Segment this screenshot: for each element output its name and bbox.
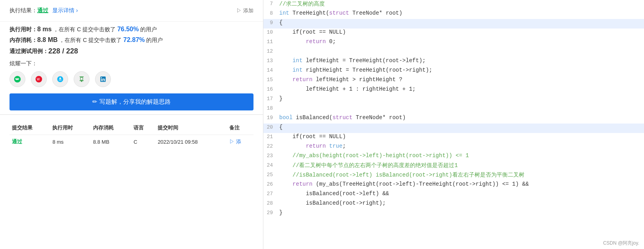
- line-number: 22: [263, 143, 279, 149]
- line-number: 15: [263, 76, 279, 83]
- cell-memory: 8.8 MB: [91, 135, 131, 149]
- add-button[interactable]: ▷ 添加: [236, 7, 253, 14]
- code-content: [279, 105, 644, 111]
- code-line: 16 leftHeight + 1 : rightHeight + 1;: [263, 86, 644, 95]
- linkedin-icon[interactable]: [95, 71, 111, 87]
- code-line: 26 return (my_abs(TreeHeight(root->left)…: [263, 181, 644, 190]
- code-line: 9{: [263, 19, 644, 29]
- code-line: 18: [263, 105, 644, 114]
- col-lang: 语言: [131, 121, 155, 135]
- code-content: //看二叉树中每个节点的左右两个子树的高度差的绝对值是否超过1: [279, 162, 644, 169]
- share-label: 炫耀一下：: [10, 60, 253, 67]
- write-solution-button[interactable]: ✏ 写题解，分享我的解题思路: [10, 93, 253, 110]
- col-result: 提交结果: [10, 121, 50, 135]
- cell-submit-time: 2022/10/21 09:58: [155, 135, 227, 149]
- line-number: 14: [263, 67, 279, 73]
- line-number: 27: [263, 190, 279, 197]
- code-content: return 0;: [279, 38, 644, 45]
- line-number: 21: [263, 133, 279, 140]
- col-memory: 内存消耗: [91, 121, 131, 135]
- line-number: 26: [263, 181, 279, 187]
- detail-link[interactable]: 显示详情: [52, 7, 78, 14]
- cell-note[interactable]: ▷ 添: [227, 135, 253, 149]
- code-line: 23 //my_abs(height(root->left)-height(ro…: [263, 152, 644, 162]
- watermark: CSDN @阿亮joy.: [603, 240, 639, 247]
- code-line: 7//求二叉树的高度: [263, 0, 644, 10]
- right-panel: 7//求二叉树的高度8int TreeHeight(struct TreeNod…: [263, 0, 644, 249]
- code-line: 29}: [263, 209, 644, 219]
- social-icons: w: [10, 71, 253, 87]
- code-content: bool isBalanced(struct TreeNode* root): [279, 114, 644, 121]
- testcase-row: 通过测试用例： 228 / 228: [10, 47, 253, 55]
- code-line: 22 return true;: [263, 143, 644, 152]
- line-number: 25: [263, 171, 279, 178]
- line-number: 9: [263, 19, 279, 26]
- code-content: //isBalanced(root->left) isBalanced(root…: [279, 171, 644, 179]
- code-line: 19bool isBalanced(struct TreeNode* root): [263, 114, 644, 124]
- time-value: 8 ms ，在所有 C 提交中击败了 76.50% 的用户: [37, 26, 157, 33]
- line-number: 16: [263, 86, 279, 92]
- line-number: 28: [263, 200, 279, 206]
- memory-row: 内存消耗： 8.8 MB ，在所有 C 提交中击败了 72.87% 的用户: [10, 36, 253, 44]
- result-section: 执行结果： 通过 显示详情 ▷ 添加: [0, 0, 263, 22]
- code-content: int TreeHeight(struct TreeNode* root): [279, 10, 644, 16]
- execution-label: 执行结果：: [10, 7, 37, 14]
- cell-time: 8 ms: [50, 135, 90, 149]
- pass-badge[interactable]: 通过: [37, 7, 48, 14]
- code-line: 13 int leftHeight = TreeHeight(root->lef…: [263, 57, 644, 67]
- col-time: 执行用时: [50, 121, 90, 135]
- code-line: 11 return 0;: [263, 38, 644, 48]
- code-content: {: [279, 19, 644, 26]
- line-number: 23: [263, 152, 279, 159]
- code-content: //求二叉树的高度: [279, 0, 644, 8]
- result-row: 执行结果： 通过 显示详情 ▷ 添加: [10, 7, 253, 14]
- svg-rect-3: [80, 78, 83, 80]
- svg-rect-4: [80, 80, 84, 81]
- line-number: 18: [263, 105, 279, 111]
- line-number: 17: [263, 95, 279, 102]
- code-content: if(root == NULL): [279, 133, 644, 140]
- svg-rect-2: [80, 76, 84, 77]
- code-content: int rightHeight = TreeHeight(root->right…: [279, 67, 644, 73]
- line-number: 24: [263, 162, 279, 168]
- line-number: 8: [263, 10, 279, 16]
- code-content: return leftHeight > rightHeight ?: [279, 76, 644, 83]
- memory-value: 8.8 MB ，在所有 C 提交中击败了 72.87% 的用户: [37, 36, 163, 44]
- code-line: 28 isBalanced(root->right);: [263, 200, 644, 209]
- line-number: 29: [263, 209, 279, 216]
- code-content: if(root == NULL): [279, 29, 644, 35]
- table-row: 通过 8 ms 8.8 MB C 2022/10/21 09:58 ▷ 添: [10, 135, 253, 149]
- code-line: 15 return leftHeight > rightHeight ?: [263, 76, 644, 86]
- time-label: 执行用时：: [10, 26, 37, 33]
- code-content: int leftHeight = TreeHeight(root->left);: [279, 57, 644, 64]
- line-number: 7: [263, 0, 279, 7]
- line-number: 11: [263, 38, 279, 45]
- cell-result: 通过: [10, 135, 50, 149]
- code-content: }: [279, 95, 644, 102]
- douban-icon[interactable]: [74, 71, 90, 87]
- code-line: 17}: [263, 95, 644, 105]
- code-content: return (my_abs(TreeHeight(root->left)-Tr…: [279, 181, 644, 187]
- left-panel: 执行结果： 通过 显示详情 ▷ 添加 执行用时： 8 ms ，在所有 C 提交中…: [0, 0, 263, 249]
- code-line: 20{: [263, 124, 644, 133]
- col-note: 备注: [227, 121, 253, 135]
- weibo-icon[interactable]: w: [31, 71, 47, 87]
- line-number: 12: [263, 48, 279, 54]
- line-number: 19: [263, 114, 279, 121]
- code-line: 10 if(root == NULL): [263, 29, 644, 38]
- wechat-icon[interactable]: [10, 71, 25, 87]
- svg-rect-5: [81, 81, 82, 82]
- code-content: isBalanced(root->right);: [279, 200, 644, 206]
- col-submit-time: 提交时间: [155, 121, 227, 135]
- code-line: 27 isBalanced(root->left) &&: [263, 190, 644, 200]
- code-content: return true;: [279, 143, 644, 149]
- code-line: 24 //看二叉树中每个节点的左右两个子树的高度差的绝对值是否超过1: [263, 162, 644, 171]
- line-number: 20: [263, 124, 279, 130]
- code-content: //my_abs(height(root->left)-height(root-…: [279, 152, 644, 159]
- time-row: 执行用时： 8 ms ，在所有 C 提交中击败了 76.50% 的用户: [10, 26, 253, 33]
- code-content: leftHeight + 1 : rightHeight + 1;: [279, 86, 644, 92]
- line-number: 10: [263, 29, 279, 35]
- code-line: 21 if(root == NULL): [263, 133, 644, 143]
- cell-lang: C: [131, 135, 155, 149]
- qq-icon[interactable]: [52, 71, 68, 87]
